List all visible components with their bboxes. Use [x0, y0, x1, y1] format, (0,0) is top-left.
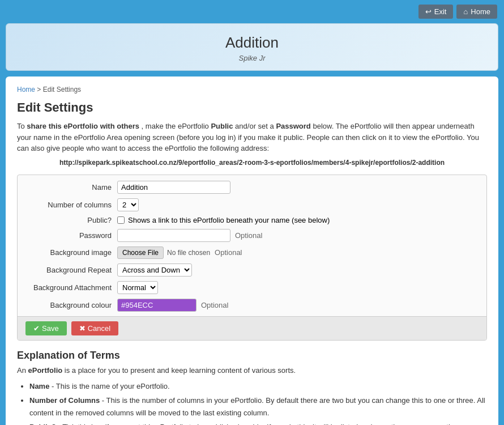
bg-attach-label: Background Attachment	[27, 283, 117, 292]
bg-repeat-row: Background Repeat Across and Down Across…	[27, 264, 477, 277]
password-row: Password Optional	[27, 229, 477, 242]
choose-file-button[interactable]: Choose File	[117, 246, 164, 259]
header-subtitle: Spike Jr	[12, 54, 492, 62]
edit-form: Name Number of columns 1 2 3 Public? Sho…	[17, 175, 487, 341]
home-icon: ⌂	[463, 7, 468, 16]
bg-color-optional: Optional	[201, 301, 228, 309]
breadcrumb: Home > Edit Settings	[17, 86, 487, 94]
columns-row: Number of columns 1 2 3	[27, 198, 477, 211]
intro-part3: and/or set a	[235, 122, 276, 130]
form-actions: ✔ Save ✖ Cancel	[18, 316, 486, 340]
password-label: Password	[27, 231, 117, 240]
color-input-wrapper	[117, 299, 197, 312]
intro-bold2: Public	[211, 122, 233, 130]
explanation-item-0: Name - This is the name of your ePortfol…	[29, 380, 487, 393]
cancel-label: Cancel	[88, 324, 110, 333]
bg-image-label: Background image	[27, 248, 117, 257]
cancel-x-icon: ✖	[79, 324, 86, 333]
explanation-intro-part1: An	[17, 366, 28, 375]
home-button[interactable]: ⌂ Home	[456, 5, 497, 19]
no-file-text: No file chosen	[167, 249, 210, 257]
explanation-item-1: Number of Columns - This is the number o…	[29, 394, 487, 419]
explanation-intro-part2: is a place for you to present and keep l…	[65, 366, 296, 375]
header-title: Addition	[12, 34, 492, 52]
bg-attach-select[interactable]: Normal Fixed	[117, 281, 158, 294]
name-input[interactable]	[117, 181, 230, 194]
save-checkmark-icon: ✔	[33, 324, 40, 333]
bg-color-row: Background colour Optional	[27, 299, 477, 312]
public-checkbox[interactable]	[117, 216, 125, 224]
breadcrumb-home-link[interactable]: Home	[17, 86, 35, 94]
bg-image-optional: Optional	[215, 248, 242, 257]
explanation-title: Explanation of Terms	[17, 350, 487, 362]
breadcrumb-separator: >	[37, 86, 42, 94]
cancel-button[interactable]: ✖ Cancel	[71, 321, 118, 335]
columns-label: Number of columns	[27, 201, 117, 209]
header-card: Addition Spike Jr	[6, 23, 498, 71]
top-bar: ↩ Exit ⌂ Home	[0, 0, 504, 23]
intro-part1: To	[17, 122, 27, 130]
bg-image-row: Background image Choose File No file cho…	[27, 246, 477, 259]
bg-repeat-select[interactable]: Across and Down Across Down None	[117, 264, 192, 277]
bg-color-input[interactable]	[117, 299, 197, 312]
explanation-list: Name - This is the name of your ePortfol…	[17, 380, 487, 426]
public-label: Public?	[27, 216, 117, 224]
bg-repeat-label: Background Repeat	[27, 266, 117, 274]
name-row: Name	[27, 181, 477, 194]
portfolio-url: http://spikepark.spikeatschool.co.nz/9/e…	[17, 159, 487, 167]
save-button[interactable]: ✔ Save	[25, 321, 67, 335]
bg-color-label: Background colour	[27, 301, 117, 309]
name-label: Name	[27, 183, 117, 192]
exit-icon: ↩	[425, 7, 432, 16]
exit-label: Exit	[434, 7, 447, 16]
intro-bold1: share this ePortfolio with others	[27, 122, 139, 130]
explanation-intro: An ePortfolio is a place for you to pres…	[17, 366, 487, 375]
intro-paragraph: To share this ePortfolio with others , m…	[17, 121, 487, 154]
save-label: Save	[42, 324, 59, 333]
explanation-intro-bold1: ePortfolio	[28, 366, 63, 375]
file-input-area: Choose File No file chosen	[117, 246, 210, 259]
bg-attach-row: Background Attachment Normal Fixed	[27, 281, 477, 294]
page-title: Edit Settings	[17, 100, 487, 115]
explanation-item-2: Public? - Tick this box if you want this…	[29, 421, 487, 425]
main-content: Home > Edit Settings Edit Settings To sh…	[6, 76, 498, 425]
columns-select[interactable]: 1 2 3	[117, 198, 139, 211]
exit-button[interactable]: ↩ Exit	[418, 5, 454, 19]
password-input[interactable]	[117, 229, 230, 242]
intro-part2: , make the ePortfolio	[142, 122, 211, 130]
public-help-text: Shows a link to this ePortfolio beneath …	[128, 216, 330, 224]
intro-bold3: Password	[276, 122, 310, 130]
public-checkbox-row: Shows a link to this ePortfolio beneath …	[117, 216, 330, 224]
home-label: Home	[471, 7, 490, 16]
password-optional: Optional	[235, 231, 262, 240]
breadcrumb-current: Edit Settings	[43, 86, 81, 94]
public-row: Public? Shows a link to this ePortfolio …	[27, 216, 477, 224]
